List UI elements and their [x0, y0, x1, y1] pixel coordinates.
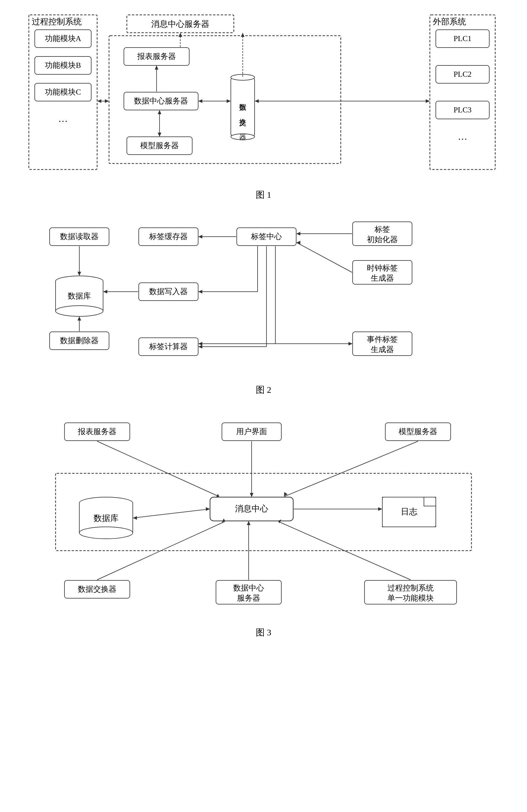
svg-marker-58	[198, 345, 202, 348]
svg-marker-21	[179, 33, 182, 37]
svg-marker-26	[97, 99, 101, 103]
svg-marker-32	[426, 99, 430, 103]
clock-tag-gen: 时钟标签	[367, 264, 398, 272]
tag-initializer: 标签	[374, 225, 390, 234]
plc1: PLC1	[454, 34, 472, 43]
data-center-server: 数据中心服务器	[134, 97, 188, 105]
svg-marker-13	[158, 133, 161, 137]
svg-rect-14	[231, 77, 255, 137]
data-writer: 数据写入器	[149, 287, 188, 296]
clock-tag-gen2: 生成器	[371, 274, 394, 282]
svg-line-100	[278, 522, 410, 580]
svg-marker-90	[206, 507, 210, 511]
data-exchanger-label2: 交换	[239, 119, 246, 126]
event-tag-gen2: 生成器	[371, 345, 394, 354]
model-server: 模型服务器	[140, 141, 179, 150]
event-tag-gen: 事件标签	[367, 335, 398, 344]
svg-marker-25	[105, 99, 109, 103]
svg-marker-89	[133, 516, 137, 520]
svg-marker-92	[378, 507, 382, 511]
data-reader: 数据读取器	[60, 232, 99, 241]
fig3-database: 数据库	[94, 513, 119, 523]
tag-buffer: 标签缓存器	[149, 232, 188, 241]
figure1-section: 过程控制系统 功能模块A 功能模块B 功能模块C … 消息中心服务器 报表服务器…	[18, 12, 509, 201]
svg-marker-10	[155, 66, 158, 70]
fig3-dc-server: 数据中心	[233, 584, 264, 592]
fig1-right-title: 外部系统	[433, 17, 466, 26]
svg-line-64	[297, 243, 352, 272]
svg-marker-44	[77, 316, 81, 320]
fig3-pcs-module2: 单一功能模块	[387, 594, 434, 603]
svg-marker-65	[296, 241, 300, 244]
svg-point-16	[231, 134, 255, 140]
fig1-left-title: 过程控制系统	[32, 17, 82, 26]
figure3-diagram: 报表服务器 用户界面 模型服务器 数据库 消息中心 日志	[41, 414, 486, 622]
svg-marker-67	[198, 342, 202, 346]
svg-marker-19	[198, 99, 202, 103]
svg-line-82	[97, 441, 219, 496]
plc3: PLC3	[454, 105, 472, 114]
svg-marker-85	[250, 493, 253, 497]
svg-line-86	[284, 441, 418, 496]
fig3-caption: 图 3	[256, 626, 272, 639]
fig1-left-dots: …	[58, 113, 68, 124]
fig3-msg-center: 消息中心	[235, 504, 268, 513]
svg-marker-55	[198, 290, 202, 293]
svg-point-39	[56, 306, 103, 316]
tag-initializer2: 初始化器	[367, 235, 398, 244]
fig3-user-interface: 用户界面	[236, 427, 267, 436]
figure2-diagram: 数据读取器 数据库 数据删除器 标签缓存器 数据写入器 标签计算器 标签中	[41, 219, 486, 379]
svg-marker-49	[103, 290, 107, 293]
func-module-a: 功能模块A	[45, 34, 81, 43]
func-module-c: 功能模块C	[45, 88, 81, 96]
fig1-caption: 图 1	[256, 189, 272, 201]
svg-marker-23	[241, 33, 244, 37]
fig3-data-exchanger: 数据交换器	[78, 585, 117, 593]
svg-marker-33	[255, 99, 259, 103]
svg-line-88	[133, 509, 209, 518]
tag-calculator: 标签计算器	[149, 342, 188, 351]
plc2: PLC2	[454, 70, 472, 78]
fig3-log: 日志	[401, 507, 417, 516]
svg-point-79	[79, 527, 133, 539]
database-fig2: 数据库	[68, 292, 91, 300]
report-server: 报表服务器	[137, 52, 176, 61]
figure3-section: 报表服务器 用户界面 模型服务器 数据库 消息中心 日志	[18, 414, 509, 639]
svg-marker-18	[227, 99, 231, 103]
data-exchanger-label: 数据	[239, 104, 246, 111]
svg-marker-63	[296, 232, 300, 235]
svg-marker-52	[198, 235, 202, 238]
msg-server: 消息中心服务器	[151, 19, 209, 29]
figure1-diagram: 过程控制系统 功能模块A 功能模块B 功能模块C … 消息中心服务器 报表服务器…	[26, 12, 501, 184]
figure2-section: 数据读取器 数据库 数据删除器 标签缓存器 数据写入器 标签计算器 标签中	[18, 219, 509, 396]
svg-marker-12	[158, 110, 161, 114]
fig3-report-server: 报表服务器	[77, 427, 117, 436]
data-deleter: 数据删除器	[60, 336, 99, 345]
tag-center: 标签中心	[251, 232, 282, 241]
svg-marker-99	[247, 521, 251, 525]
fig3-dc-server2: 服务器	[237, 594, 260, 603]
fig3-pcs-module: 过程控制系统	[387, 584, 434, 592]
svg-marker-42	[77, 272, 81, 276]
func-module-b: 功能模块B	[45, 61, 81, 70]
fig3-model-server: 模型服务器	[399, 427, 437, 436]
fig2-caption: 图 2	[256, 384, 272, 396]
fig1-right-dots: …	[458, 131, 467, 142]
